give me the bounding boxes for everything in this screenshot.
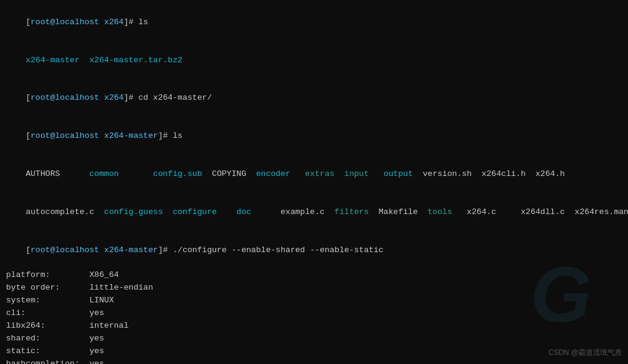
file-item: extras (305, 169, 335, 178)
file-item: Makefile (379, 207, 428, 216)
file-item: x264.c x264dll.c x264res.mani (467, 207, 628, 216)
spacer (369, 169, 384, 178)
spacer (369, 207, 379, 216)
terminal: [root@localhost x264]# ls x264-master x2… (0, 0, 628, 364)
spacer (290, 169, 305, 178)
prompt-bracket-close: ]# (158, 245, 168, 255)
cmd-text: ls (134, 18, 148, 27)
prompt-user: root@localhost x264-master (31, 245, 159, 255)
cmd-text: ./configure --enable-shared --enable-sta… (168, 245, 383, 255)
file-item: config.guess (104, 207, 163, 216)
config-line: system: LINUX (6, 294, 622, 307)
file-item: doc (237, 207, 251, 216)
file-item: tools (428, 207, 453, 216)
file-item: encoder (256, 169, 290, 178)
terminal-line: x264-master x264-master.tar.bz2 (6, 42, 622, 80)
config-line: libx264: internal (6, 320, 622, 333)
spacer (163, 207, 172, 216)
cmd-text: ls (168, 131, 182, 140)
terminal-line: [root@localhost x264]# cd x264-master/ (6, 80, 622, 118)
file-item: input (344, 169, 369, 178)
config-line: bashcompletion: yes (6, 358, 622, 364)
spacer (452, 207, 466, 216)
spacer (335, 169, 344, 178)
spacer (413, 169, 422, 178)
cmd-text: cd x264-master/ (134, 93, 212, 102)
prompt-bracket-close: ]# (158, 131, 168, 140)
prompt-bracket: [ (25, 245, 30, 255)
file-item: example.c (281, 207, 335, 216)
ls-output-row2: autocomplete.c config.guess configure do… (6, 193, 622, 232)
prompt-bracket-close: ]# (123, 18, 133, 27)
prompt-bracket: [ (25, 131, 30, 140)
prompt-bracket: [ (25, 18, 30, 27)
file-item: autocomplete.c (25, 207, 104, 216)
prompt-user: root@localhost x264 (31, 93, 124, 102)
file-item: AUTHORS (25, 169, 89, 178)
terminal-line: [root@localhost x264-master]# ls (6, 117, 622, 155)
file-item: output (384, 169, 413, 178)
config-line: shared: yes (6, 333, 622, 345)
file-item: x264-master.tar.bz2 (90, 56, 183, 65)
file-item: configure (172, 207, 217, 216)
terminal-line: [root@localhost x264]# ls (6, 4, 622, 42)
terminal-line: [root@localhost x264-master]# ./configur… (6, 232, 622, 270)
file-item: config.sub (153, 169, 202, 178)
file-item: version.sh x264cli.h x264.h (423, 169, 565, 178)
config-line: byte order: little-endian (6, 282, 622, 294)
prompt-bracket-close: ]# (123, 93, 133, 102)
file-item: COPYING (212, 169, 256, 178)
prompt-bracket: [ (25, 93, 30, 102)
spacer (217, 207, 236, 216)
config-line: cli: yes (6, 307, 622, 320)
spacer (80, 56, 90, 65)
file-item: common (90, 169, 119, 178)
prompt-user: root@localhost x264-master (31, 131, 159, 140)
spacer (119, 169, 153, 178)
watermark-text: CSDN @霸道流氓气质 (548, 348, 622, 358)
spacer (202, 169, 212, 178)
prompt-user: root@localhost x264 (31, 18, 124, 27)
ls-output-row1: AUTHORS common config.sub COPYING encode… (6, 155, 622, 193)
file-item: filters (335, 207, 369, 216)
config-line: static: yes (6, 345, 622, 358)
config-line: platform: X86_64 (6, 269, 622, 282)
spacer (251, 207, 281, 216)
file-item: x264-master (25, 56, 79, 65)
